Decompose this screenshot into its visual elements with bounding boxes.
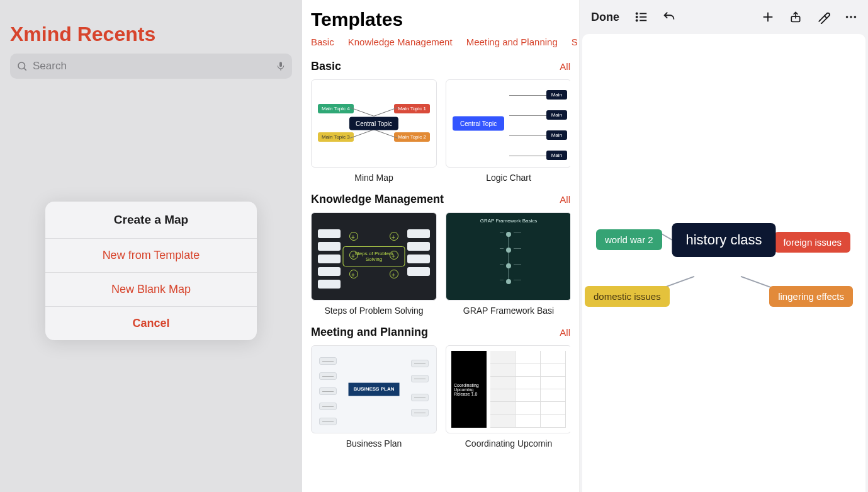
template-label: Coordinating Upcomin xyxy=(465,438,553,449)
template-label: Steps of Problem Solving xyxy=(324,306,423,316)
section-meeting-all-link[interactable]: All xyxy=(560,327,570,338)
new-blank-map-button[interactable]: New Blank Map xyxy=(45,272,257,306)
action-sheet-title: Create a Map xyxy=(45,202,257,238)
template-card-mind-map[interactable]: Main Topic 4 Main Topic 3 Main Topic 1 M… xyxy=(311,79,437,183)
thumb-node: Main Topic 4 xyxy=(318,104,354,113)
template-card-business-plan[interactable]: ————————— —————— ———————————— BUSINESS P… xyxy=(311,345,437,449)
template-thumb: Steps of Problem Solving xyxy=(311,212,437,300)
thumb-central-topic: Central Topic xyxy=(453,117,504,131)
section-basic-title: Basic xyxy=(311,60,341,73)
thumb-central-topic: Central Topic xyxy=(349,117,398,130)
template-thumb-mind-map: Main Topic 4 Main Topic 3 Main Topic 1 M… xyxy=(311,79,437,168)
style-icon[interactable] xyxy=(814,8,833,26)
thumb-node: Main xyxy=(546,130,567,140)
section-meeting: Meeting and Planning All ————————— —————… xyxy=(302,319,579,452)
tab-truncated[interactable]: S xyxy=(572,37,578,47)
section-basic-all-link[interactable]: All xyxy=(560,61,570,72)
template-label: Logic Chart xyxy=(486,173,531,183)
thumb-node: Main xyxy=(546,90,567,100)
svg-point-4 xyxy=(636,13,638,14)
template-thumb: Coordinating Upcoming Release 1.0 xyxy=(446,345,570,433)
thumb-side: Coordinating Upcoming Release 1.0 xyxy=(451,351,487,428)
template-card-logic-chart[interactable]: Central Topic Main Main Main Main Logic … xyxy=(446,79,570,183)
template-card-grap-framework[interactable]: GRAP Framework Basics ——— ——— ——— ——— GR… xyxy=(446,212,570,316)
templates-pane: Templates Basic Knowledge Management Mee… xyxy=(302,0,580,492)
map-root-node[interactable]: history class xyxy=(672,223,775,257)
template-label: GRAP Framework Basi xyxy=(463,306,554,316)
template-thumb: ————————— —————— ———————————— BUSINESS P… xyxy=(311,345,437,433)
svg-point-6 xyxy=(636,16,638,18)
svg-rect-2 xyxy=(279,62,282,67)
editor-pane: Done world war 2 domestic issues foreign… xyxy=(580,0,868,492)
tab-basic[interactable]: Basic xyxy=(311,37,334,47)
map-node-domestic-issues[interactable]: domestic issues xyxy=(585,286,670,307)
recents-pane: Xmind Recents Create a Map New from Temp… xyxy=(0,0,302,492)
map-node-foreign-issues[interactable]: foreign issues xyxy=(774,232,850,253)
share-icon[interactable] xyxy=(786,8,805,26)
template-label: Business Plan xyxy=(346,438,402,449)
svg-point-15 xyxy=(854,16,857,18)
section-knowledge-all-link[interactable]: All xyxy=(560,194,570,205)
thumb-center: BUSINESS PLAN xyxy=(349,383,400,396)
done-button[interactable]: Done xyxy=(587,8,623,26)
map-node-lingering-effects[interactable]: lingering effects xyxy=(769,286,853,307)
thumb-center: Steps of Problem Solving xyxy=(343,246,405,266)
map-node-world-war-2[interactable]: world war 2 xyxy=(596,229,662,250)
template-thumb: GRAP Framework Basics ——— ——— ——— ——— xyxy=(446,212,570,300)
thumb-node: Main Topic 1 xyxy=(394,104,430,113)
search-field[interactable] xyxy=(10,54,292,79)
svg-line-1 xyxy=(24,68,26,70)
thumb-node: Main xyxy=(546,151,567,160)
new-from-template-button[interactable]: New from Template xyxy=(45,238,257,272)
svg-point-8 xyxy=(636,20,638,21)
section-knowledge-title: Knowledge Management xyxy=(311,193,444,206)
mindmap-canvas[interactable]: world war 2 domestic issues foreign issu… xyxy=(582,34,865,492)
search-icon xyxy=(16,60,28,72)
template-card-steps-problem-solving[interactable]: Steps of Problem Solving Steps of Proble… xyxy=(311,212,437,316)
svg-point-14 xyxy=(850,16,852,18)
tab-knowledge-management[interactable]: Knowledge Management xyxy=(348,37,453,47)
undo-icon[interactable] xyxy=(660,8,679,26)
section-basic: Basic All Main Topic 4 Main Topic 3 Main… xyxy=(302,54,579,186)
outline-icon[interactable] xyxy=(632,8,651,26)
thumb-node: Main Topic 3 xyxy=(318,132,354,142)
section-meeting-title: Meeting and Planning xyxy=(311,326,428,339)
tab-meeting-and-planning[interactable]: Meeting and Planning xyxy=(466,37,558,47)
add-icon[interactable] xyxy=(758,8,777,26)
templates-title: Templates xyxy=(302,9,579,37)
section-knowledge: Knowledge Management All Steps of Proble… xyxy=(302,186,579,319)
template-label: Mind Map xyxy=(354,173,393,183)
template-category-tabs: Basic Knowledge Management Meeting and P… xyxy=(302,37,579,54)
thumb-node: Main xyxy=(546,110,567,120)
cancel-button[interactable]: Cancel xyxy=(45,306,257,340)
thumb-title: GRAP Framework Basics xyxy=(446,218,570,224)
thumb-node: Main Topic 2 xyxy=(394,132,430,142)
template-thumb-logic-chart: Central Topic Main Main Main Main xyxy=(446,79,570,168)
svg-point-0 xyxy=(18,62,25,69)
more-icon[interactable] xyxy=(842,8,860,26)
editor-toolbar: Done xyxy=(580,0,868,34)
search-input[interactable] xyxy=(33,60,271,72)
mic-icon[interactable] xyxy=(276,60,286,72)
create-map-action-sheet: Create a Map New from Template New Blank… xyxy=(45,202,257,340)
recents-title: Xmind Recents xyxy=(10,23,292,46)
svg-point-13 xyxy=(846,16,848,18)
template-card-coordinating-release[interactable]: Coordinating Upcoming Release 1.0 Coordi… xyxy=(446,345,570,449)
